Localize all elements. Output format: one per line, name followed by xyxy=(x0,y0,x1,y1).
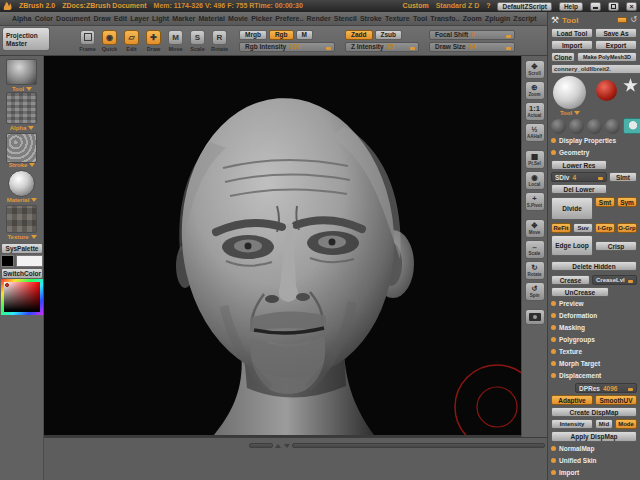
aahalf-button[interactable]: ½AAHalf xyxy=(525,123,545,142)
scrollbar-track-left[interactable] xyxy=(249,443,273,448)
current-tool-thumbnail[interactable] xyxy=(6,59,37,85)
stroke-flyout-label[interactable]: Stroke xyxy=(0,162,44,168)
sym-toggle[interactable]: Sym xyxy=(617,197,637,207)
draw-button[interactable]: ✚ Draw xyxy=(144,30,163,52)
dpres-slider[interactable]: DPRes 4096 xyxy=(575,383,637,393)
menu-item-zoom[interactable]: Zoom xyxy=(463,15,482,22)
default-zscript-button[interactable]: DefaultZScript xyxy=(497,2,551,11)
divide-button[interactable]: Divide xyxy=(551,197,593,220)
zsub-button[interactable]: Zsub xyxy=(375,30,403,40)
menu-item-transform[interactable]: Transfo.. xyxy=(430,15,459,22)
section-polygroups[interactable]: Polygroups xyxy=(551,334,637,345)
menu-item-edit[interactable]: Edit xyxy=(114,15,127,22)
save-as-button[interactable]: Save As xyxy=(595,28,637,38)
refresh-icon[interactable]: ↺ xyxy=(630,16,637,24)
active-tool-preview[interactable] xyxy=(553,76,586,109)
selected-tool-thumbnail[interactable] xyxy=(623,118,640,134)
menu-item-tool[interactable]: Tool xyxy=(413,15,427,22)
secondary-color-swatch[interactable] xyxy=(16,255,43,267)
move-button[interactable]: M Move xyxy=(166,30,185,52)
tool-name-field[interactable] xyxy=(551,64,640,74)
menu-item-marker[interactable]: Marker xyxy=(172,15,195,22)
menu-item-zscript[interactable]: Zscript xyxy=(513,15,536,22)
section-geometry[interactable]: Geometry xyxy=(551,147,637,158)
frame-button[interactable]: Frame xyxy=(78,30,97,52)
section-deformation[interactable]: Deformation xyxy=(551,310,637,321)
current-alpha-thumbnail[interactable] xyxy=(6,92,37,124)
delete-hidden-button[interactable]: Delete Hidden xyxy=(551,261,637,271)
material-flyout-label[interactable]: Material xyxy=(0,197,44,203)
load-tool-button[interactable]: Load Tool xyxy=(551,28,593,38)
clone-button[interactable]: Clone xyxy=(551,52,575,62)
rgb-button[interactable]: Rgb xyxy=(269,30,294,40)
menu-item-stroke[interactable]: Stroke xyxy=(360,15,382,22)
make-polymesh3d-button[interactable]: Make PolyMesh3D xyxy=(577,52,637,62)
section-displacement[interactable]: Displacement xyxy=(551,370,637,381)
del-lower-button[interactable]: Del Lower xyxy=(551,184,607,194)
current-material-thumbnail[interactable] xyxy=(8,170,35,197)
quick-pick-sphere-red[interactable] xyxy=(596,80,617,101)
section-display-properties[interactable]: Display Properties xyxy=(551,135,637,146)
edge-loop-button[interactable]: Edge Loop xyxy=(551,235,593,256)
local-pivot-button[interactable]: ◉Local xyxy=(525,171,545,190)
scale-3d-button[interactable]: ↔Scale xyxy=(525,240,545,259)
scroll-button[interactable]: ✥Scroll xyxy=(525,60,545,79)
switchcolor-button[interactable]: SwitchColor xyxy=(1,268,43,279)
rotate-3d-button[interactable]: ↻Rotate xyxy=(525,261,545,280)
menu-item-picker[interactable]: Picker xyxy=(251,15,272,22)
ui-config-label[interactable]: Custom xyxy=(403,0,429,12)
document-canvas[interactable] xyxy=(44,56,521,437)
section-preview[interactable]: Preview xyxy=(551,298,637,309)
scrollbar-track-right[interactable] xyxy=(292,443,545,448)
crease-level-slider[interactable]: CreaseLvl xyxy=(592,275,637,285)
rotate-button[interactable]: R Rotate xyxy=(210,30,229,52)
snapshot-button[interactable] xyxy=(525,309,545,325)
menu-item-light[interactable]: Light xyxy=(152,15,169,22)
m-button[interactable]: M xyxy=(296,30,313,40)
menu-item-texture[interactable]: Texture xyxy=(385,15,410,22)
quick-pick-star[interactable] xyxy=(623,78,638,93)
menu-item-color[interactable]: Color xyxy=(35,15,53,22)
lower-res-button[interactable]: Lower Res xyxy=(551,160,607,170)
section-unified-skin[interactable]: Unified Skin xyxy=(551,455,637,466)
color-picker-sv-square[interactable] xyxy=(4,282,40,312)
section-normalmap[interactable]: NormalMap xyxy=(551,443,637,454)
minimize-button[interactable] xyxy=(590,2,601,11)
close-button[interactable]: × xyxy=(626,2,637,11)
quick-help-button[interactable]: ? xyxy=(486,0,490,12)
sdiv-slider[interactable]: SDiv 4 xyxy=(551,172,607,182)
edit-button[interactable]: ▱ Edit xyxy=(122,30,141,52)
recent-tool-thumbnail[interactable] xyxy=(587,119,602,134)
section-morph-target[interactable]: Morph Target xyxy=(551,358,637,369)
focal-shift-slider[interactable]: Focal Shift 0 xyxy=(429,30,515,40)
create-dispmap-button[interactable]: Create DispMap xyxy=(551,407,637,417)
section-texture[interactable]: Texture xyxy=(551,346,637,357)
section-masking[interactable]: Masking xyxy=(551,322,637,333)
zadd-button[interactable]: Zadd xyxy=(345,30,373,40)
refit-toggle[interactable]: ReFit xyxy=(551,223,571,233)
syspalette-button[interactable]: SysPalette xyxy=(1,243,43,254)
actual-size-button[interactable]: 1:1Actual xyxy=(525,102,545,121)
recent-tool-thumbnail[interactable] xyxy=(605,119,620,134)
scroll-down-icon[interactable] xyxy=(284,444,290,448)
ui-mode-label[interactable]: Standard Z D xyxy=(436,0,480,12)
horizontal-scrollbar[interactable] xyxy=(249,442,545,449)
menu-item-draw[interactable]: Draw xyxy=(93,15,110,22)
igrp-toggle[interactable]: I-Grp xyxy=(595,223,615,233)
menu-item-material[interactable]: Material xyxy=(198,15,224,22)
zoom-button[interactable]: ⊕Zoom xyxy=(525,81,545,100)
crisp-button[interactable]: Crisp xyxy=(595,241,637,251)
menu-item-movie[interactable]: Movie xyxy=(228,15,248,22)
menu-item-stencil[interactable]: Stencil xyxy=(334,15,357,22)
restore-button[interactable] xyxy=(608,2,619,11)
menu-item-document[interactable]: Document xyxy=(56,15,90,22)
draw-size-slider[interactable]: Draw Size 64 xyxy=(429,42,515,52)
ogrp-toggle[interactable]: O-Grp xyxy=(617,223,637,233)
menu-item-preferences[interactable]: Prefere.. xyxy=(275,15,303,22)
crease-button[interactable]: Crease xyxy=(551,275,590,285)
projection-master-button[interactable]: Projection Master xyxy=(2,27,50,51)
help-button[interactable]: Help xyxy=(559,2,583,11)
mrgb-button[interactable]: Mrgb xyxy=(239,30,267,40)
main-color-swatch[interactable] xyxy=(1,255,14,267)
move-3d-button[interactable]: ✥Move xyxy=(525,219,545,238)
